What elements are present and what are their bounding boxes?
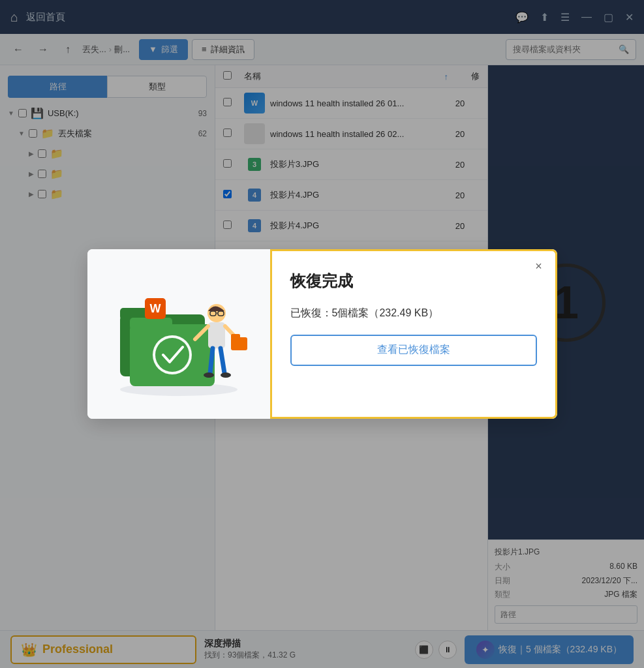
success-illustration: W bbox=[107, 269, 251, 399]
svg-rect-4 bbox=[130, 318, 172, 329]
modal-description: 已恢復：5個檔案（232.49 KB） bbox=[290, 305, 537, 322]
modal-title: 恢復完成 bbox=[290, 271, 537, 292]
svg-point-6 bbox=[155, 338, 189, 372]
svg-rect-17 bbox=[231, 334, 240, 339]
svg-rect-13 bbox=[208, 322, 225, 348]
modal: × W bbox=[87, 249, 557, 419]
view-recovered-button[interactable]: 查看已恢復檔案 bbox=[290, 335, 537, 366]
modal-content: 恢復完成 已恢復：5個檔案（232.49 KB） 查看已恢復檔案 bbox=[270, 249, 557, 419]
modal-illustration-area: W bbox=[87, 249, 270, 419]
svg-line-18 bbox=[210, 348, 213, 373]
modal-close-button[interactable]: × bbox=[530, 257, 548, 275]
svg-point-21 bbox=[221, 372, 231, 378]
svg-line-19 bbox=[221, 348, 224, 373]
modal-overlay[interactable]: × W bbox=[0, 0, 644, 668]
svg-text:W: W bbox=[149, 302, 161, 315]
svg-point-20 bbox=[204, 372, 214, 378]
